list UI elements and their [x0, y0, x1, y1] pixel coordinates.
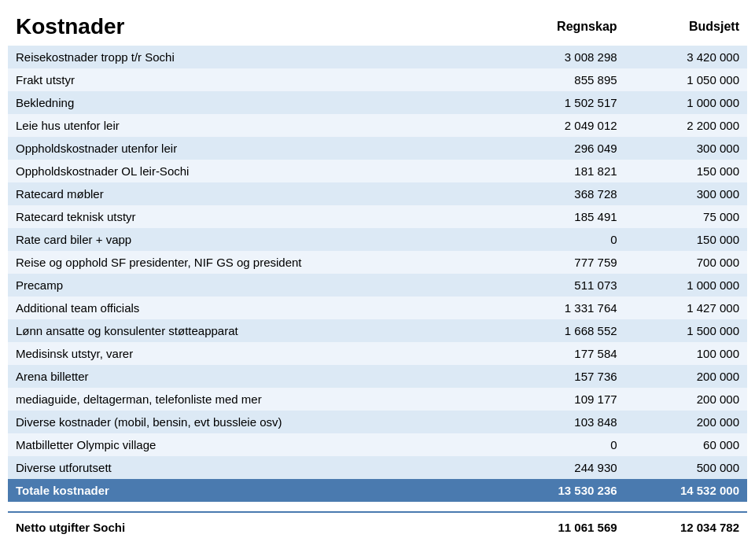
netto-row: Netto utgifter Sochi11 061 56912 034 782: [8, 512, 747, 539]
row-label: Bekledning: [8, 91, 501, 114]
row-budsjett: 1 050 000: [625, 68, 747, 91]
row-label: Reisekostnader tropp t/r Sochi: [8, 46, 501, 68]
row-label: Additional team officials: [8, 297, 501, 319]
row-regnskap: 109 177: [501, 388, 625, 411]
table-row: Diverse utforutsett244 930500 000: [8, 456, 747, 479]
netto-budsjett: 12 034 782: [625, 512, 747, 539]
row-regnskap: 177 584: [501, 342, 625, 365]
table-row: Medisinsk utstyr, varer177 584100 000: [8, 342, 747, 365]
row-regnskap: 103 848: [501, 411, 625, 433]
row-budsjett: 200 000: [625, 388, 747, 411]
row-label: Ratecard møbler: [8, 182, 501, 205]
row-label: Diverse kostnader (mobil, bensin, evt bu…: [8, 411, 501, 433]
row-budsjett: 300 000: [625, 182, 747, 205]
row-label: Matbilletter Olympic village: [8, 433, 501, 456]
row-label: Leie hus utenfor leir: [8, 114, 501, 137]
netto-regnskap: 11 061 569: [501, 512, 625, 539]
row-regnskap: 511 073: [501, 274, 625, 297]
table-row: Reise og opphold SF presidenter, NIF GS …: [8, 251, 747, 274]
table-row: Reisekostnader tropp t/r Sochi3 008 2983…: [8, 46, 747, 68]
row-label: Arena billetter: [8, 365, 501, 388]
row-budsjett: 150 000: [625, 228, 747, 251]
row-budsjett: 60 000: [625, 433, 747, 456]
row-label: Ratecard teknisk utstyr: [8, 205, 501, 228]
table-row: Arena billetter157 736200 000: [8, 365, 747, 388]
row-budsjett: 500 000: [625, 456, 747, 479]
table-row: Lønn ansatte og konsulenter støtteappara…: [8, 319, 747, 342]
table-row: Leie hus utenfor leir2 049 0122 200 000: [8, 114, 747, 137]
row-label: Medisinsk utstyr, varer: [8, 342, 501, 365]
row-regnskap: 181 821: [501, 160, 625, 182]
row-label: Reise og opphold SF presidenter, NIF GS …: [8, 251, 501, 274]
col-regnskap: Regnskap: [501, 8, 625, 46]
row-budsjett: 300 000: [625, 137, 747, 160]
row-budsjett: 2 200 000: [625, 114, 747, 137]
table-title: Kostnader: [8, 8, 501, 46]
row-budsjett: 100 000: [625, 342, 747, 365]
row-regnskap: 244 930: [501, 456, 625, 479]
row-regnskap: 1 331 764: [501, 297, 625, 319]
table-row: Ratecard teknisk utstyr185 49175 000: [8, 205, 747, 228]
row-label: Frakt utstyr: [8, 68, 501, 91]
row-budsjett: 3 420 000: [625, 46, 747, 68]
row-regnskap: 855 895: [501, 68, 625, 91]
row-regnskap: 777 759: [501, 251, 625, 274]
table-row: Oppholdskostnader utenfor leir296 049300…: [8, 137, 747, 160]
row-regnskap: 1 502 517: [501, 91, 625, 114]
table-row: Oppholdskostnader OL leir-Sochi181 82115…: [8, 160, 747, 182]
row-budsjett: 1 500 000: [625, 319, 747, 342]
row-regnskap: 368 728: [501, 182, 625, 205]
row-regnskap: 185 491: [501, 205, 625, 228]
row-regnskap: 1 668 552: [501, 319, 625, 342]
table-row: Diverse kostnader (mobil, bensin, evt bu…: [8, 411, 747, 433]
table-row: Rate card biler + vapp0150 000: [8, 228, 747, 251]
row-regnskap: 157 736: [501, 365, 625, 388]
row-budsjett: 75 000: [625, 205, 747, 228]
row-label: Oppholdskostnader OL leir-Sochi: [8, 160, 501, 182]
row-budsjett: 1 000 000: [625, 274, 747, 297]
row-label: Diverse utforutsett: [8, 456, 501, 479]
total-regnskap: 13 530 236: [501, 479, 625, 502]
total-budsjett: 14 532 000: [625, 479, 747, 502]
row-label: mediaguide, deltagerman, telefonliste me…: [8, 388, 501, 411]
table-row: Additional team officials1 331 7641 427 …: [8, 297, 747, 319]
row-regnskap: 296 049: [501, 137, 625, 160]
row-label: Precamp: [8, 274, 501, 297]
netto-label: Netto utgifter Sochi: [8, 512, 501, 539]
col-budsjett: Budsjett: [625, 8, 747, 46]
row-budsjett: 150 000: [625, 160, 747, 182]
row-budsjett: 700 000: [625, 251, 747, 274]
row-regnskap: 0: [501, 433, 625, 456]
row-regnskap: 2 049 012: [501, 114, 625, 137]
row-budsjett: 1 000 000: [625, 91, 747, 114]
spacer-row: [8, 502, 747, 512]
row-regnskap: 3 008 298: [501, 46, 625, 68]
table-row: Precamp511 0731 000 000: [8, 274, 747, 297]
table-row: Bekledning1 502 5171 000 000: [8, 91, 747, 114]
row-regnskap: 0: [501, 228, 625, 251]
table-row: mediaguide, deltagerman, telefonliste me…: [8, 388, 747, 411]
row-budsjett: 200 000: [625, 411, 747, 433]
row-budsjett: 1 427 000: [625, 297, 747, 319]
row-label: Oppholdskostnader utenfor leir: [8, 137, 501, 160]
total-label: Totale kostnader: [8, 479, 501, 502]
table-row: Frakt utstyr855 8951 050 000: [8, 68, 747, 91]
row-budsjett: 200 000: [625, 365, 747, 388]
table-row: Matbilletter Olympic village060 000: [8, 433, 747, 456]
row-label: Lønn ansatte og konsulenter støtteappara…: [8, 319, 501, 342]
row-label: Rate card biler + vapp: [8, 228, 501, 251]
total-row: Totale kostnader13 530 23614 532 000: [8, 479, 747, 502]
table-row: Ratecard møbler368 728300 000: [8, 182, 747, 205]
